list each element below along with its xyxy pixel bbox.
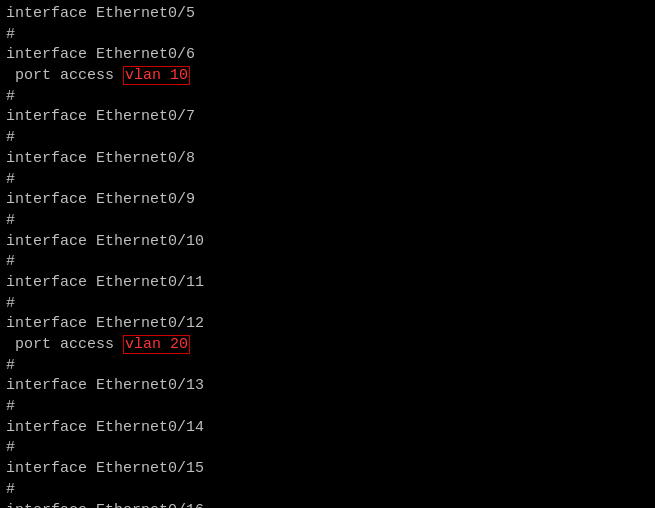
prompt-6: # [6, 252, 649, 273]
vlan20-highlight: vlan 20 [123, 335, 190, 354]
line-eth8: interface Ethernet0/8 [6, 149, 649, 170]
prompt-8: # [6, 356, 649, 377]
line-vlan10: port access vlan 10 [6, 66, 649, 87]
line-eth5: interface Ethernet0/5 [6, 4, 649, 25]
line-eth11: interface Ethernet0/11 [6, 273, 649, 294]
prompt-5: # [6, 211, 649, 232]
line-eth9: interface Ethernet0/9 [6, 190, 649, 211]
prompt-3: # [6, 128, 649, 149]
prompt-4: # [6, 170, 649, 191]
line-eth16: interface Ethernet0/16 [6, 501, 649, 509]
line-eth13: interface Ethernet0/13 [6, 376, 649, 397]
line-eth6: interface Ethernet0/6 [6, 45, 649, 66]
prompt-10: # [6, 438, 649, 459]
prompt-2: # [6, 87, 649, 108]
prompt-1: # [6, 25, 649, 46]
terminal-output: interface Ethernet0/5 # interface Ethern… [6, 4, 649, 508]
prompt-9: # [6, 397, 649, 418]
line-eth7: interface Ethernet0/7 [6, 107, 649, 128]
line-eth10: interface Ethernet0/10 [6, 232, 649, 253]
vlan10-highlight: vlan 10 [123, 66, 190, 85]
line-vlan20: port access vlan 20 [6, 335, 649, 356]
line-eth15: interface Ethernet0/15 [6, 459, 649, 480]
prompt-11: # [6, 480, 649, 501]
line-eth12: interface Ethernet0/12 [6, 314, 649, 335]
prompt-7: # [6, 294, 649, 315]
line-eth14: interface Ethernet0/14 [6, 418, 649, 439]
